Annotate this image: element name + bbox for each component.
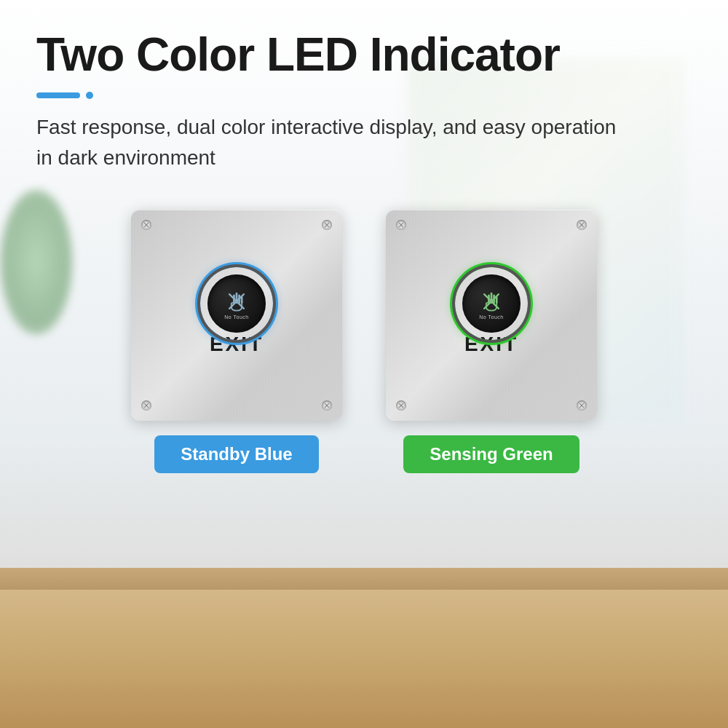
standby-blue-badge: Standby Blue [154,435,318,473]
indicator-bar [36,92,80,98]
hand-icon-blue [223,288,250,314]
page-wrapper: Two Color LED Indicator Fast response, d… [0,0,728,728]
indicator-dots [36,92,692,99]
indicator-circle [86,92,93,99]
screw-tr [322,220,332,230]
sensor-inner-green[interactable]: No Touch [462,274,521,333]
screw-tr-g [577,220,587,230]
description-text: Fast response, dual color interactive di… [36,112,633,173]
screw-bl [141,400,151,411]
sensing-green-badge: Sensing Green [403,435,579,473]
device-blue-container: No Touch EXIT Standby Blue [131,210,342,473]
table-top [0,568,728,590]
table-surface [0,568,728,728]
screw-br [322,400,332,411]
sensor-ring-blue[interactable]: No Touch [200,267,273,340]
devices-section: No Touch EXIT Standby Blue [36,202,692,473]
metal-panel-blue: No Touch EXIT [131,210,342,421]
sensor-ring-green[interactable]: No Touch [455,267,528,340]
main-content: Two Color LED Indicator Fast response, d… [0,0,728,495]
device-green-container: No Touch EXIT Sensing Green [386,210,597,473]
sensor-inner-blue[interactable]: No Touch [207,274,266,333]
screw-tl-g [396,220,406,230]
screw-tl [141,220,151,230]
screw-br-g [577,400,587,411]
no-touch-label-green: No Touch [479,314,503,320]
hand-icon-green [478,288,505,314]
metal-panel-green: No Touch EXIT [386,210,597,421]
table-body [0,590,728,728]
screw-bl-g [396,400,406,411]
page-title: Two Color LED Indicator [36,29,692,80]
header-section: Two Color LED Indicator Fast response, d… [36,29,692,173]
no-touch-label-blue: No Touch [224,314,248,320]
